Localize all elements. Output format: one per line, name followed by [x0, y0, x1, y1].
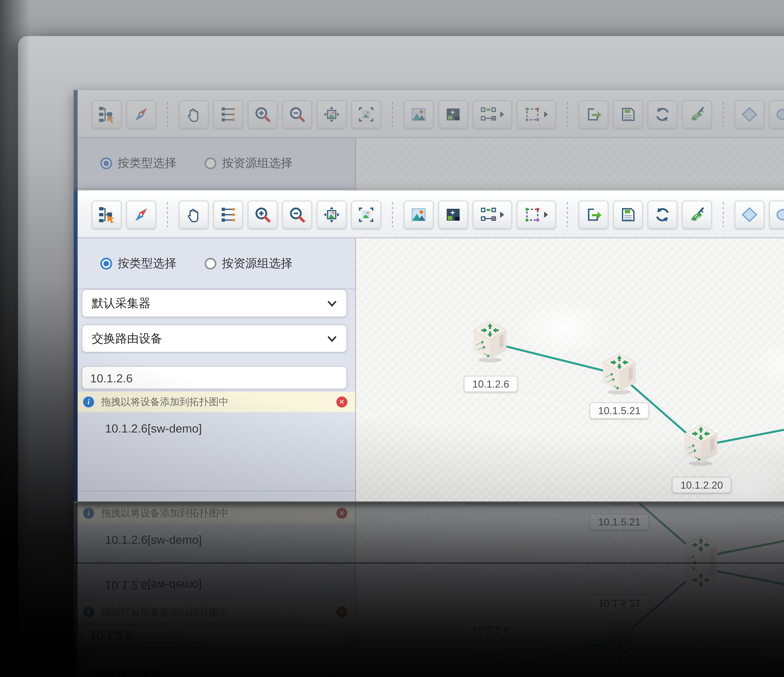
cascade-window-back: 切换到运行态 按类型选择 按资源组选择 默认采集器	[74, 90, 784, 190]
cascade-window-strip: 切换到运行态 按类型选择 按资源组选择 默认采集器	[74, 502, 784, 563]
diamond-icon	[741, 206, 758, 223]
shape-diamond-button[interactable]	[734, 200, 764, 229]
clear-canvas-button[interactable]	[682, 200, 712, 229]
caret-right-icon	[543, 211, 549, 219]
toolbar-separator	[167, 202, 168, 227]
toolbar-separator	[723, 202, 723, 227]
background-dark-button[interactable]	[438, 200, 468, 229]
window-left-edge	[74, 190, 78, 502]
node-label: 10.1.5.21	[590, 402, 649, 419]
window-body: 按类型选择 按资源组选择 默认采集器 交换路由设备	[74, 238, 784, 502]
strip-dim-overlay	[74, 502, 784, 563]
save-icon	[619, 206, 636, 223]
topology-editor-window: 切换到运行态 按类型选择 按资源组选择 默认采集器	[74, 190, 784, 503]
background-image-button[interactable]	[404, 200, 434, 229]
select-image-icon	[358, 206, 375, 223]
pan-button[interactable]	[179, 200, 208, 229]
shape-ellipse-button[interactable]	[769, 200, 784, 229]
zoom-in-icon	[254, 206, 271, 223]
radio-by-resource-group[interactable]: 按资源组选择	[205, 256, 292, 271]
hierarchy-layout-button[interactable]	[213, 200, 243, 229]
topology-canvas[interactable]: 10.1.2.610.1.5.2110.1.2.2010.1.5.18	[356, 238, 784, 502]
compass-button[interactable]	[126, 200, 156, 229]
select-device-button[interactable]	[92, 200, 121, 229]
compass-icon	[132, 206, 150, 223]
toolbar: 切换到运行态	[74, 190, 784, 238]
topology-node[interactable]	[600, 351, 638, 395]
select-area-button[interactable]	[351, 200, 381, 229]
topology-links	[356, 238, 784, 502]
marquee-icon	[524, 206, 541, 223]
tree-select-icon	[98, 206, 115, 223]
device-result-item[interactable]: 10.1.2.6[sw-demo]	[74, 422, 355, 435]
chevron-down-icon	[327, 335, 337, 342]
zoom-in-button[interactable]	[248, 200, 277, 229]
switch-device-icon	[682, 422, 720, 466]
chevron-down-icon	[327, 300, 337, 307]
export-icon	[585, 206, 602, 223]
device-type-select-value: 交换路由设备	[92, 331, 162, 346]
node-label: 10.1.2.6	[464, 376, 518, 392]
info-icon: i	[83, 396, 94, 407]
switch-device-icon	[471, 319, 509, 363]
hand-icon	[185, 206, 202, 223]
device-type-select[interactable]: 交换路由设备	[81, 325, 347, 352]
broom-icon	[688, 206, 706, 223]
reflection-dim-overlay	[74, 563, 784, 677]
device-search-input[interactable]	[82, 371, 347, 384]
toolbar-separator	[567, 202, 568, 227]
topology-node[interactable]	[682, 422, 720, 466]
refresh-button[interactable]	[647, 200, 677, 229]
layout-icon	[480, 206, 497, 223]
picture-icon	[410, 206, 427, 223]
presentation-screen: 切换到运行态 按类型选择 按资源组选择 默认采集器	[0, 0, 784, 677]
panel-divider	[74, 491, 355, 491]
radio-by-group-label: 按资源组选择	[222, 256, 292, 271]
topology-node[interactable]	[471, 319, 509, 363]
ellipse-icon	[775, 206, 784, 223]
selection-mode-radios: 按类型选择 按资源组选择	[74, 238, 355, 289]
zoom-out-button[interactable]	[282, 200, 312, 229]
radio-checked-icon	[100, 258, 112, 269]
window-reflection: 切换到运行态 按类型选择 按资源组选择 默认采集器	[74, 563, 784, 677]
caret-right-icon	[499, 211, 505, 219]
collector-select-value: 默认采集器	[92, 296, 151, 311]
strip-clone-slot: 切换到运行态 按类型选择 按资源组选择 默认采集器	[74, 502, 784, 563]
drag-hint-bar: i 拖拽以将设备添加到拓扑图中 ✕	[74, 392, 355, 412]
switch-device-icon	[600, 351, 638, 395]
drag-hint-text: 拖拽以将设备添加到拓扑图中	[101, 395, 329, 409]
device-panel: 按类型选择 按资源组选择 默认采集器 交换路由设备	[74, 238, 356, 502]
hierarchy-icon	[219, 206, 237, 223]
node-label: 10.1.2.20	[672, 477, 731, 493]
radio-by-type[interactable]: 按类型选择	[100, 256, 176, 271]
save-button[interactable]	[613, 200, 643, 229]
picture-dark-icon	[445, 206, 462, 223]
close-icon[interactable]: ✕	[336, 396, 347, 407]
toolbar-separator	[392, 202, 393, 227]
export-button[interactable]	[579, 200, 608, 229]
radio-by-type-label: 按类型选择	[118, 256, 176, 271]
auto-layout-button[interactable]	[473, 200, 512, 229]
device-search-box	[81, 366, 347, 390]
back-window-clone-slot: 切换到运行态 按类型选择 按资源组选择 默认采集器	[74, 90, 784, 190]
fit-image-icon	[323, 206, 340, 223]
fit-view-button[interactable]	[317, 200, 347, 229]
multi-select-mode-button[interactable]	[516, 200, 556, 229]
reflection-clone-slot: 切换到运行态 按类型选择 按资源组选择 默认采集器	[74, 563, 784, 677]
radio-unchecked-icon	[205, 258, 216, 269]
window-content: 切换到运行态 按类型选择 按资源组选择 默认采集器	[74, 190, 784, 502]
collector-select[interactable]: 默认采集器	[81, 289, 347, 317]
back-window-dim-overlay	[74, 90, 784, 190]
refresh-icon	[654, 206, 671, 223]
zoom-out-icon	[288, 206, 306, 223]
